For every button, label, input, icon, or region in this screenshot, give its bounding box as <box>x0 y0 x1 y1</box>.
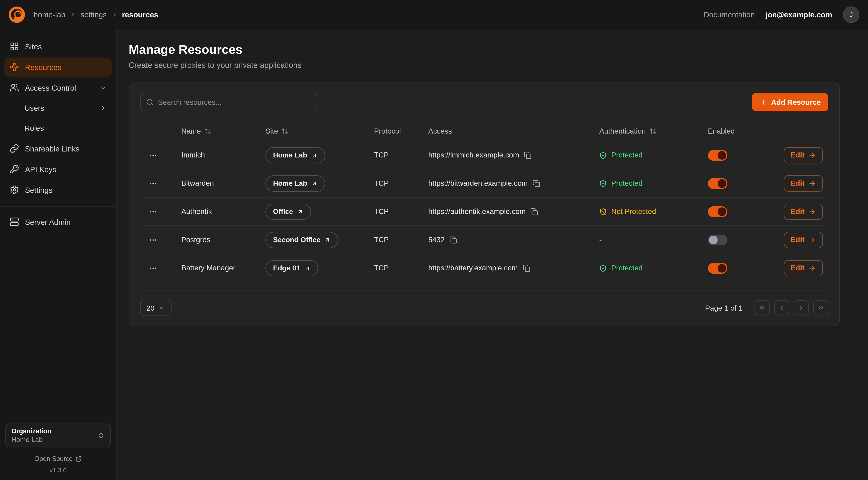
sidebar: Sites Resources Access Control Users Rol… <box>0 29 117 480</box>
sites-icon <box>10 42 19 51</box>
arrow-up-right-icon <box>324 237 331 243</box>
shield-check-icon <box>599 151 607 159</box>
row-menu-button[interactable] <box>146 233 160 247</box>
table-row: Battery Manager Edge 01 TCP https://batt… <box>140 253 828 282</box>
row-menu-button[interactable] <box>146 148 160 162</box>
sidebar-item-shareable-links[interactable]: Shareable Links <box>4 139 112 158</box>
column-header-access: Access <box>424 127 595 135</box>
enabled-toggle[interactable] <box>708 178 727 189</box>
column-header-site[interactable]: Site <box>261 127 370 135</box>
sort-icon <box>649 127 656 134</box>
edit-button[interactable]: Edit <box>784 204 823 220</box>
last-page-button[interactable] <box>813 300 828 316</box>
sidebar-item-access-control[interactable]: Access Control <box>4 78 112 97</box>
avatar[interactable]: J <box>843 6 859 23</box>
sidebar-item-sites[interactable]: Sites <box>4 37 112 56</box>
edit-button[interactable]: Edit <box>784 232 823 248</box>
key-icon <box>10 164 19 174</box>
sidebar-item-settings[interactable]: Settings <box>4 180 112 199</box>
search-icon <box>146 98 154 106</box>
copy-button[interactable] <box>524 151 532 159</box>
site-link[interactable]: Home Lab <box>266 175 325 191</box>
copy-button[interactable] <box>530 208 538 215</box>
sidebar-bottom: Organization Home Lab Open Source v1.3.0 <box>4 412 112 474</box>
org-selector[interactable]: Organization Home Lab <box>5 423 111 447</box>
chevrons-up-down-icon <box>97 432 105 439</box>
shield-check-icon <box>599 180 607 187</box>
enabled-toggle[interactable] <box>708 206 727 217</box>
ellipsis-icon <box>149 264 157 272</box>
edit-button[interactable]: Edit <box>784 260 823 276</box>
avatar-initial: J <box>849 11 853 18</box>
resource-protocol: TCP <box>370 236 424 244</box>
row-menu-button[interactable] <box>146 205 160 219</box>
chevron-right-icon <box>70 11 76 18</box>
enabled-toggle[interactable] <box>708 263 727 273</box>
sidebar-item-users[interactable]: Users <box>4 99 112 117</box>
site-link[interactable]: Home Lab <box>266 147 325 163</box>
resources-icon <box>10 62 19 72</box>
pagination: Page 1 of 1 <box>705 300 828 316</box>
sidebar-item-resources[interactable]: Resources <box>4 58 112 77</box>
arrow-up-right-icon <box>311 152 317 158</box>
sidebar-item-server-admin[interactable]: Server Admin <box>4 212 112 231</box>
resources-table: Name Site Protocol Access <box>140 121 828 282</box>
sidebar-item-api-keys[interactable]: API Keys <box>4 160 112 179</box>
access-url: https://immich.example.com <box>428 151 519 159</box>
breadcrumb-org[interactable]: home-lab <box>34 10 65 19</box>
row-menu-button[interactable] <box>146 176 160 190</box>
org-selector-label: Organization <box>11 427 51 435</box>
copy-icon <box>532 180 540 187</box>
table-row: Bitwarden Home Lab TCP https://bitwarden… <box>140 169 828 197</box>
breadcrumb: home-lab settings resources <box>34 10 158 19</box>
resource-name: Authentik <box>166 207 261 216</box>
enabled-toggle[interactable] <box>708 150 727 160</box>
access-url: https://bitwarden.example.com <box>428 179 528 187</box>
sidebar-item-label: Access Control <box>25 84 76 92</box>
users-icon <box>10 83 19 92</box>
next-page-button[interactable] <box>794 300 809 316</box>
site-link[interactable]: Edge 01 <box>266 260 318 276</box>
open-source-link[interactable]: Open Source <box>4 455 112 462</box>
access-url: https://authentik.example.com <box>428 207 526 216</box>
copy-button[interactable] <box>523 264 530 272</box>
sidebar-item-label: Resources <box>25 63 61 71</box>
page-size-select[interactable]: 20 <box>140 300 172 316</box>
sidebar-item-label: API Keys <box>25 165 56 174</box>
resource-protocol: TCP <box>370 264 424 272</box>
breadcrumb-settings[interactable]: settings <box>81 10 107 19</box>
enabled-toggle[interactable] <box>708 234 727 245</box>
previous-page-button[interactable] <box>774 300 789 316</box>
resource-name: Immich <box>166 151 261 159</box>
sidebar-divider <box>0 206 116 207</box>
edit-button[interactable]: Edit <box>784 175 823 191</box>
sidebar-item-label: Users <box>24 104 44 112</box>
row-menu-button[interactable] <box>146 261 160 275</box>
arrow-right-icon <box>808 208 816 215</box>
copy-button[interactable] <box>532 180 540 187</box>
first-page-button[interactable] <box>754 300 770 316</box>
resource-protocol: TCP <box>370 207 424 216</box>
sidebar-item-label: Shareable Links <box>25 144 80 153</box>
auth-status: Protected <box>595 151 704 159</box>
app-logo-icon[interactable] <box>9 6 25 23</box>
user-email[interactable]: joe@example.com <box>766 10 832 19</box>
copy-button[interactable] <box>450 236 457 244</box>
column-header-enabled: Enabled <box>704 127 766 135</box>
column-header-name[interactable]: Name <box>166 127 261 135</box>
search-input[interactable] <box>158 98 312 106</box>
org-selector-value: Home Lab <box>11 436 51 444</box>
table-header: Name Site Protocol Access <box>140 121 828 141</box>
site-link[interactable]: Second Office <box>266 232 338 248</box>
add-resource-button[interactable]: Add Resource <box>752 93 828 111</box>
page-subtitle: Create secure proxies to your private ap… <box>129 61 840 69</box>
arrow-up-right-icon <box>297 208 304 215</box>
chevron-right-icon <box>111 11 118 18</box>
column-header-authentication[interactable]: Authentication <box>595 127 704 135</box>
auth-status: - <box>595 236 704 244</box>
edit-button[interactable]: Edit <box>784 147 823 163</box>
topbar-right: Documentation joe@example.com J <box>704 6 859 23</box>
site-link[interactable]: Office <box>266 204 311 220</box>
documentation-link[interactable]: Documentation <box>704 10 755 19</box>
sidebar-item-roles[interactable]: Roles <box>4 119 112 138</box>
